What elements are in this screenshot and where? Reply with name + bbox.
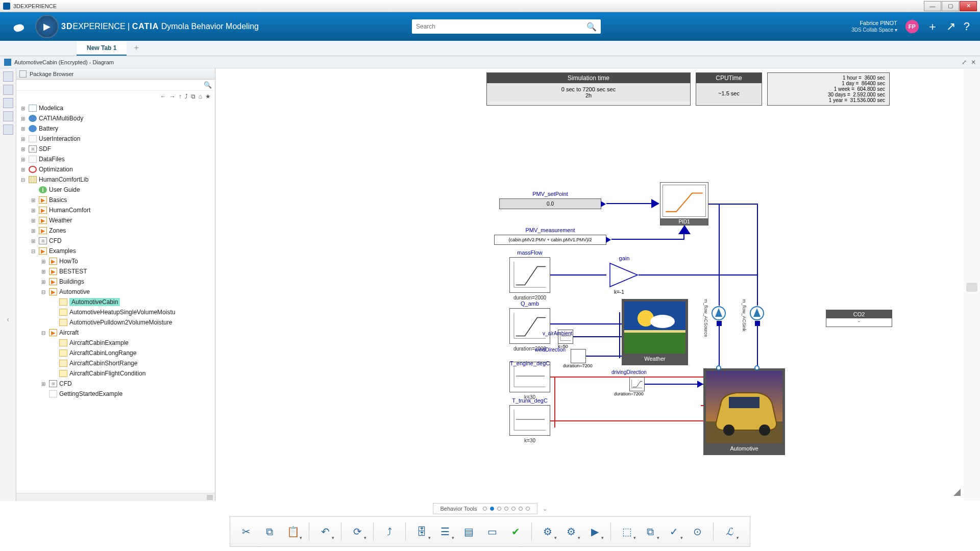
tree-toggle-icon[interactable]: ⊞ (30, 208, 37, 213)
behavior-tools-tab[interactable]: Behavior Tools (433, 503, 538, 514)
pmv-measurement-block[interactable]: PMV_measurement (cabin.pMV2.PMV + cabin.… (494, 235, 606, 245)
maximize-button[interactable]: ▢ (942, 1, 959, 11)
package-search-icon[interactable]: 🔍 (204, 81, 212, 89)
tree-item[interactable]: ⊞CATIAMultiBody (16, 113, 215, 123)
co2-block[interactable]: CO2 - (826, 310, 892, 327)
copy-icon[interactable]: ⧉ (260, 522, 279, 541)
search-input[interactable] (416, 23, 586, 30)
rail-btn-4[interactable] (3, 111, 13, 121)
tree-toggle-icon[interactable]: ⊞ (40, 381, 47, 387)
tree-toggle-icon[interactable]: ⊟ (40, 289, 47, 295)
tree-toggle-icon[interactable]: ⊟ (19, 177, 27, 183)
tree-nav-icon[interactable]: → (169, 93, 176, 100)
pmv-setpoint-block[interactable]: PMV_setPoint 0.0 (499, 198, 601, 209)
search-icon[interactable]: 🔍 (586, 22, 597, 32)
tree-item[interactable]: ⊞Battery (16, 123, 215, 134)
close-document-icon[interactable]: ✕ (971, 59, 976, 66)
layers-icon[interactable]: ⧉ (641, 522, 660, 541)
tree-item[interactable]: iUser Guide (16, 185, 215, 195)
database-icon[interactable]: 🗄 (412, 522, 431, 541)
tree-item[interactable]: ⊞UserInteraction (16, 134, 215, 144)
tree-item[interactable]: ⊞▶Weather (16, 215, 215, 226)
rail-btn-5[interactable] (3, 124, 13, 135)
add-tab-button[interactable]: + (127, 40, 145, 56)
rail-btn-3[interactable] (3, 98, 13, 108)
page-dot-active[interactable] (490, 507, 494, 511)
compass-icon[interactable]: ▶ (33, 12, 61, 41)
list-icon[interactable]: ☰ (435, 522, 455, 541)
gain-block[interactable]: gain k=-1 (609, 262, 640, 288)
tree-item[interactable]: ⊞▶HumanComfort (16, 205, 215, 215)
undo-icon[interactable]: ↶ (315, 522, 335, 541)
tree-toggle-icon[interactable]: ⊞ (40, 279, 47, 285)
pid-block[interactable]: PID1 (660, 182, 708, 226)
tree-toggle-icon[interactable]: ⊞ (30, 238, 37, 244)
tree-item[interactable]: ⊞⊞CFD (16, 236, 215, 246)
diagram-canvas[interactable]: Simulation time 0 sec to 7200 sec sec2h … (215, 68, 964, 501)
animate-icon[interactable]: ⚙ (561, 522, 581, 541)
tree-item[interactable]: ⊟▶Automotive (16, 287, 215, 297)
library-icon[interactable]: ℒ (720, 522, 739, 541)
page-dot[interactable] (483, 507, 487, 511)
tree-item[interactable]: ⊞▶Buildings (16, 277, 215, 287)
tree-item[interactable]: ⊟HumanComfortLib (16, 174, 215, 185)
tree-nav-icon[interactable]: ⧉ (191, 93, 195, 100)
user-avatar[interactable]: FP (905, 20, 919, 33)
t-trunk-block[interactable]: T_trunk_degC k=30 (509, 405, 550, 436)
check-icon[interactable]: ✔ (506, 522, 525, 541)
tree-item[interactable]: AircraftCabinLongRange (16, 348, 215, 358)
tree-toggle-icon[interactable]: ⊞ (19, 146, 27, 152)
tree-item[interactable]: ⊞⊞CFD (16, 379, 215, 389)
tree-toggle-icon[interactable]: ⊞ (19, 157, 27, 162)
tree-item[interactable]: ⊟▶Aircraft (16, 328, 215, 338)
simulate-icon[interactable]: ⚙ (538, 522, 557, 541)
step-icon[interactable]: ⊙ (688, 522, 707, 541)
tree-item[interactable]: AutomotiveHeatupSingleVolumeMoistu (16, 307, 215, 317)
tree-item[interactable]: ⊞▶HowTo (16, 256, 215, 266)
tree-nav-icon[interactable]: ★ (205, 93, 211, 100)
wind-direction-block[interactable] (571, 349, 586, 363)
tree-item[interactable]: AircraftCabinFlightCondition (16, 368, 215, 379)
page-dot[interactable] (511, 507, 516, 511)
collapse-left-icon[interactable]: ‹ (7, 315, 9, 323)
rail-btn-1[interactable] (3, 71, 13, 82)
package-tree[interactable]: ⊞Modelica⊞CATIAMultiBody⊞Battery⊞UserInt… (16, 102, 215, 493)
tree-toggle-icon[interactable]: ⊟ (30, 248, 37, 254)
ac-source-pump[interactable] (711, 306, 726, 321)
tree-nav-icon[interactable]: ← (160, 93, 166, 100)
ac-sink-pump[interactable] (749, 306, 765, 321)
massflow-block[interactable]: massFlow duration=2000 (509, 257, 550, 293)
weather-block[interactable]: Weather (622, 299, 688, 365)
export-icon[interactable]: ⤴ (380, 522, 399, 541)
tree-toggle-icon[interactable]: ⊟ (40, 330, 47, 336)
paste-icon[interactable]: 📋 (283, 522, 303, 541)
tree-nav-icon[interactable]: ⤴ (185, 93, 188, 100)
driving-direction-block[interactable] (629, 377, 645, 391)
tab-new-tab-1[interactable]: New Tab 1 (77, 41, 127, 56)
tree-toggle-icon[interactable]: ⊞ (19, 167, 27, 172)
tree-nav-icon[interactable]: ↑ (179, 93, 182, 100)
model-icon[interactable]: ⬚ (617, 522, 636, 541)
page-dot[interactable] (519, 507, 523, 511)
tree-item[interactable]: AircraftCabinExample (16, 338, 215, 348)
tree-toggle-icon[interactable]: ⊞ (19, 126, 27, 132)
chevron-down-icon[interactable]: ⌄ (543, 506, 547, 512)
tree-item[interactable]: AutomotiveCabin (16, 297, 215, 307)
user-info[interactable]: Fabrice PINOT 3DS Collab Space ▾ (851, 20, 897, 33)
tree-item[interactable]: ⊟▶Examples (16, 246, 215, 256)
minimize-button[interactable]: — (924, 1, 941, 11)
page-dot[interactable] (504, 507, 508, 511)
tree-toggle-icon[interactable]: ⊞ (19, 136, 27, 142)
tree-item[interactable]: GettingStartedExample (16, 389, 215, 399)
tree-item[interactable]: ⊞▶Basics (16, 195, 215, 205)
tree-nav-icon[interactable]: ⌂ (199, 93, 202, 100)
tree-item[interactable]: AutomotivePulldown2VolumeMoisture (16, 317, 215, 328)
tree-item[interactable]: ⊞DataFiles (16, 154, 215, 164)
resize-handle-icon[interactable] (953, 489, 961, 496)
tree-item[interactable]: ⊞Modelica (16, 103, 215, 113)
add-icon[interactable]: ＋ (927, 19, 938, 34)
tree-toggle-icon[interactable]: ⊞ (30, 197, 37, 203)
tree-toggle-icon[interactable]: ⊞ (30, 218, 37, 223)
horizontal-scrollbar[interactable] (16, 493, 215, 501)
t-engine-block[interactable]: T_engine_degC k=30 (509, 362, 550, 392)
